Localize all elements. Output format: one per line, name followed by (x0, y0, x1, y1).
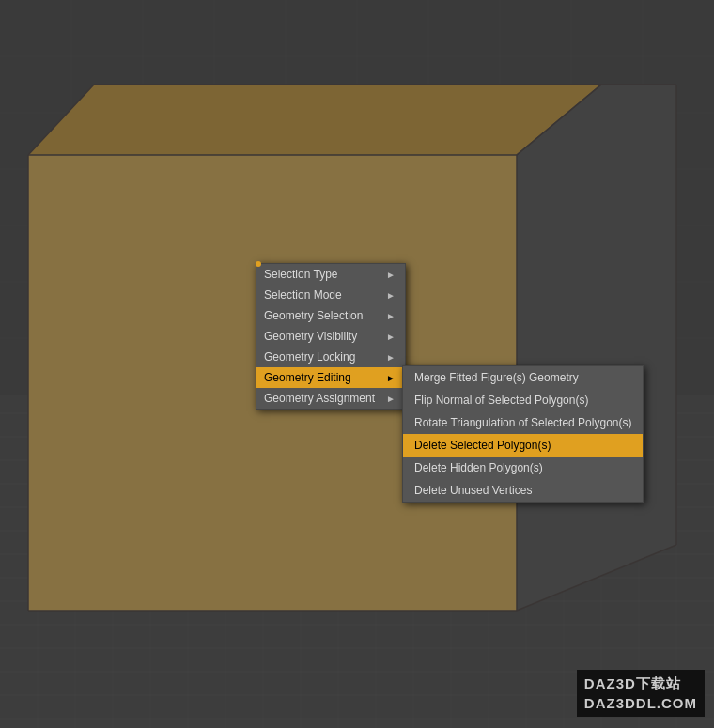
3d-viewport: Selection Type ► Selection Mode ► Geomet… (0, 0, 714, 728)
submenu-item-delete-hidden-label: Delete Hidden Polygon(s) (414, 461, 543, 474)
menu-item-selection-mode[interactable]: Selection Mode ► (256, 285, 405, 305)
menu-item-geometry-editing-label: Geometry Editing (264, 371, 351, 384)
menu-item-geometry-editing[interactable]: Geometry Editing ► (256, 367, 405, 388)
menu-item-geometry-selection[interactable]: Geometry Selection ► (256, 305, 405, 326)
submenu-arrow-geometry-visibility: ► (386, 332, 396, 342)
menu-item-selection-type[interactable]: Selection Type ► (256, 264, 405, 285)
submenu-arrow-geometry-locking: ► (386, 352, 396, 363)
submenu-item-merge-fitted[interactable]: Merge Fitted Figure(s) Geometry (403, 366, 643, 389)
context-menu: Selection Type ► Selection Mode ► Geomet… (256, 263, 406, 410)
submenu-geometry-editing: Merge Fitted Figure(s) Geometry Flip Nor… (402, 365, 644, 503)
menu-item-selection-type-label: Selection Type (264, 268, 338, 281)
submenu-arrow-geometry-assignment: ► (386, 394, 396, 404)
menu-item-geometry-assignment[interactable]: Geometry Assignment ► (256, 388, 405, 409)
menu-item-geometry-locking-label: Geometry Locking (264, 350, 355, 364)
menu-item-selection-mode-label: Selection Mode (264, 288, 342, 302)
submenu-item-delete-unused-label: Delete Unused Vertices (414, 484, 532, 497)
submenu-item-delete-unused[interactable]: Delete Unused Vertices (403, 479, 643, 502)
submenu-item-rotate-triangulation-label: Rotate Triangulation of Selected Polygon… (414, 416, 631, 429)
submenu-arrow-selection-type: ► (386, 270, 396, 280)
submenu-arrow-geometry-selection: ► (386, 311, 396, 321)
cursor-indicator (256, 261, 261, 267)
submenu-item-delete-selected-label: Delete Selected Polygon(s) (414, 439, 551, 452)
menu-item-geometry-visibility[interactable]: Geometry Visibility ► (256, 326, 405, 347)
menu-item-geometry-assignment-label: Geometry Assignment (264, 392, 375, 405)
submenu-item-flip-normal-label: Flip Normal of Selected Polygon(s) (414, 394, 588, 407)
submenu-item-rotate-triangulation[interactable]: Rotate Triangulation of Selected Polygon… (403, 411, 643, 434)
submenu-item-delete-hidden[interactable]: Delete Hidden Polygon(s) (403, 457, 643, 479)
svg-marker-51 (28, 85, 601, 155)
submenu-arrow-geometry-editing: ► (386, 373, 396, 383)
watermark: DAZ3D下载站 DAZ3DDL.COM (577, 670, 705, 717)
watermark-line2: DAZ3DDL.COM (584, 693, 697, 713)
submenu-item-flip-normal[interactable]: Flip Normal of Selected Polygon(s) (403, 389, 643, 411)
svg-marker-52 (517, 85, 676, 611)
menu-item-geometry-locking[interactable]: Geometry Locking ► (256, 347, 405, 367)
menu-item-geometry-selection-label: Geometry Selection (264, 309, 363, 322)
submenu-item-delete-selected[interactable]: Delete Selected Polygon(s) (403, 434, 643, 457)
watermark-line1: DAZ3D下载站 (584, 674, 697, 693)
submenu-arrow-selection-mode: ► (386, 290, 396, 301)
submenu-item-merge-fitted-label: Merge Fitted Figure(s) Geometry (414, 371, 579, 384)
menu-item-geometry-visibility-label: Geometry Visibility (264, 330, 357, 343)
